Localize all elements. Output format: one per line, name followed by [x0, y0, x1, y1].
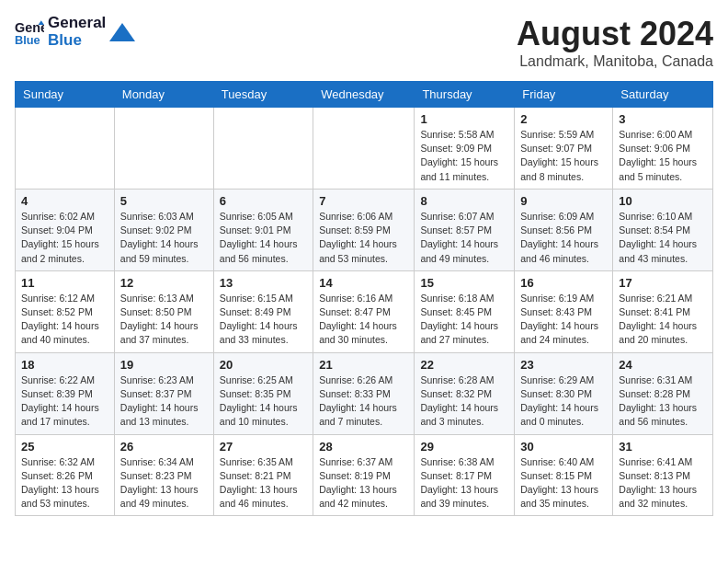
calendar-cell: [313, 108, 415, 190]
day-info: Sunrise: 6:41 AMSunset: 8:13 PMDaylight:…: [619, 455, 707, 511]
logo-text-general: General: [48, 15, 106, 32]
day-info: Sunrise: 6:15 AMSunset: 8:49 PMDaylight:…: [220, 292, 307, 348]
day-number: 3: [619, 112, 707, 126]
day-number: 31: [619, 440, 707, 454]
day-info: Sunrise: 6:03 AMSunset: 9:02 PMDaylight:…: [120, 210, 208, 266]
day-number: 7: [319, 194, 408, 208]
day-info: Sunrise: 6:32 AMSunset: 8:26 PMDaylight:…: [21, 455, 108, 511]
day-number: 5: [120, 194, 208, 208]
calendar-header-row: SundayMondayTuesdayWednesdayThursdayFrid…: [16, 82, 713, 108]
day-number: 21: [319, 358, 408, 372]
day-info: Sunrise: 5:58 AMSunset: 9:09 PMDaylight:…: [420, 128, 508, 184]
day-number: 25: [21, 440, 108, 454]
calendar-week-row: 4Sunrise: 6:02 AMSunset: 9:04 PMDaylight…: [16, 189, 713, 270]
day-info: Sunrise: 6:28 AMSunset: 8:32 PMDaylight:…: [420, 373, 508, 430]
day-info: Sunrise: 6:29 AMSunset: 8:30 PMDaylight:…: [520, 373, 607, 430]
day-number: 27: [220, 440, 307, 454]
calendar-cell: 11Sunrise: 6:12 AMSunset: 8:52 PMDayligh…: [16, 270, 115, 352]
svg-text:Blue: Blue: [15, 32, 40, 46]
calendar-week-row: 11Sunrise: 6:12 AMSunset: 8:52 PMDayligh…: [16, 270, 713, 352]
day-info: Sunrise: 6:31 AMSunset: 8:28 PMDaylight:…: [619, 373, 707, 430]
day-number: 20: [220, 358, 307, 372]
calendar-cell: 28Sunrise: 6:37 AMSunset: 8:19 PMDayligh…: [313, 434, 415, 516]
calendar-cell: 1Sunrise: 5:58 AMSunset: 9:09 PMDaylight…: [415, 108, 515, 190]
day-info: Sunrise: 6:10 AMSunset: 8:54 PMDaylight:…: [619, 210, 707, 266]
day-number: 24: [619, 358, 707, 372]
day-number: 23: [520, 358, 607, 372]
calendar-week-row: 1Sunrise: 5:58 AMSunset: 9:09 PMDaylight…: [16, 108, 713, 190]
calendar-cell: 4Sunrise: 6:02 AMSunset: 9:04 PMDaylight…: [16, 189, 115, 270]
calendar-cell: 25Sunrise: 6:32 AMSunset: 8:26 PMDayligh…: [16, 434, 115, 516]
calendar-cell: 15Sunrise: 6:18 AMSunset: 8:45 PMDayligh…: [415, 270, 515, 352]
calendar-cell: 7Sunrise: 6:06 AMSunset: 8:59 PMDaylight…: [313, 189, 415, 270]
title-section: August 2024 Landmark, Manitoba, Canada: [517, 15, 713, 70]
day-number: 22: [420, 358, 508, 372]
day-number: 8: [420, 194, 508, 208]
day-number: 2: [520, 112, 607, 126]
day-number: 30: [520, 440, 607, 454]
day-info: Sunrise: 6:23 AMSunset: 8:37 PMDaylight:…: [120, 373, 208, 430]
day-info: Sunrise: 6:06 AMSunset: 8:59 PMDaylight:…: [319, 210, 408, 266]
calendar-cell: 13Sunrise: 6:15 AMSunset: 8:49 PMDayligh…: [213, 270, 313, 352]
calendar-cell: 8Sunrise: 6:07 AMSunset: 8:57 PMDaylight…: [415, 189, 515, 270]
logo: General Blue General Blue: [15, 15, 135, 49]
day-of-week-header: Friday: [515, 82, 613, 108]
calendar-cell: 5Sunrise: 6:03 AMSunset: 9:02 PMDaylight…: [114, 189, 213, 270]
calendar-cell: 2Sunrise: 5:59 AMSunset: 9:07 PMDaylight…: [515, 108, 613, 190]
day-number: 12: [120, 276, 208, 290]
calendar-cell: 17Sunrise: 6:21 AMSunset: 8:41 PMDayligh…: [613, 270, 713, 352]
day-info: Sunrise: 6:37 AMSunset: 8:19 PMDaylight:…: [319, 455, 408, 511]
calendar-cell: 29Sunrise: 6:38 AMSunset: 8:17 PMDayligh…: [415, 434, 515, 516]
calendar-cell: [114, 108, 213, 190]
location-subtitle: Landmark, Manitoba, Canada: [517, 53, 713, 70]
day-of-week-header: Monday: [114, 82, 213, 108]
calendar-table: SundayMondayTuesdayWednesdayThursdayFrid…: [15, 81, 713, 516]
day-number: 28: [319, 440, 408, 454]
day-info: Sunrise: 6:19 AMSunset: 8:43 PMDaylight:…: [520, 292, 607, 348]
day-number: 15: [420, 276, 508, 290]
day-number: 9: [520, 194, 607, 208]
calendar-cell: 16Sunrise: 6:19 AMSunset: 8:43 PMDayligh…: [515, 270, 613, 352]
day-number: 26: [120, 440, 208, 454]
calendar-cell: 26Sunrise: 6:34 AMSunset: 8:23 PMDayligh…: [114, 434, 213, 516]
day-info: Sunrise: 6:38 AMSunset: 8:17 PMDaylight:…: [420, 455, 508, 511]
calendar-cell: 31Sunrise: 6:41 AMSunset: 8:13 PMDayligh…: [613, 434, 713, 516]
day-info: Sunrise: 6:26 AMSunset: 8:33 PMDaylight:…: [319, 373, 408, 430]
calendar-cell: [213, 108, 313, 190]
calendar-cell: 20Sunrise: 6:25 AMSunset: 8:35 PMDayligh…: [213, 352, 313, 434]
day-info: Sunrise: 6:07 AMSunset: 8:57 PMDaylight:…: [420, 210, 508, 266]
calendar-cell: 10Sunrise: 6:10 AMSunset: 8:54 PMDayligh…: [613, 189, 713, 270]
day-of-week-header: Saturday: [613, 82, 713, 108]
calendar-cell: 3Sunrise: 6:00 AMSunset: 9:06 PMDaylight…: [613, 108, 713, 190]
calendar-cell: 30Sunrise: 6:40 AMSunset: 8:15 PMDayligh…: [515, 434, 613, 516]
calendar-cell: 12Sunrise: 6:13 AMSunset: 8:50 PMDayligh…: [114, 270, 213, 352]
day-info: Sunrise: 6:05 AMSunset: 9:01 PMDaylight:…: [220, 210, 307, 266]
calendar-week-row: 25Sunrise: 6:32 AMSunset: 8:26 PMDayligh…: [16, 434, 713, 516]
logo-arrow-icon: [109, 19, 135, 45]
day-number: 10: [619, 194, 707, 208]
month-year-title: August 2024: [517, 15, 713, 53]
day-info: Sunrise: 6:22 AMSunset: 8:39 PMDaylight:…: [21, 373, 108, 430]
day-info: Sunrise: 6:16 AMSunset: 8:47 PMDaylight:…: [319, 292, 408, 348]
calendar-cell: 6Sunrise: 6:05 AMSunset: 9:01 PMDaylight…: [213, 189, 313, 270]
day-number: 13: [220, 276, 307, 290]
day-info: Sunrise: 6:25 AMSunset: 8:35 PMDaylight:…: [220, 373, 307, 430]
day-info: Sunrise: 6:34 AMSunset: 8:23 PMDaylight:…: [120, 455, 208, 511]
calendar-cell: 23Sunrise: 6:29 AMSunset: 8:30 PMDayligh…: [515, 352, 613, 434]
day-info: Sunrise: 6:40 AMSunset: 8:15 PMDaylight:…: [520, 455, 607, 511]
calendar-cell: 18Sunrise: 6:22 AMSunset: 8:39 PMDayligh…: [16, 352, 115, 434]
calendar-cell: 21Sunrise: 6:26 AMSunset: 8:33 PMDayligh…: [313, 352, 415, 434]
day-info: Sunrise: 6:09 AMSunset: 8:56 PMDaylight:…: [520, 210, 607, 266]
calendar-cell: 9Sunrise: 6:09 AMSunset: 8:56 PMDaylight…: [515, 189, 613, 270]
day-number: 17: [619, 276, 707, 290]
day-of-week-header: Tuesday: [213, 82, 313, 108]
day-number: 29: [420, 440, 508, 454]
day-number: 19: [120, 358, 208, 372]
day-number: 1: [420, 112, 508, 126]
calendar-cell: 24Sunrise: 6:31 AMSunset: 8:28 PMDayligh…: [613, 352, 713, 434]
calendar-cell: [16, 108, 115, 190]
day-info: Sunrise: 6:02 AMSunset: 9:04 PMDaylight:…: [21, 210, 108, 266]
calendar-cell: 22Sunrise: 6:28 AMSunset: 8:32 PMDayligh…: [415, 352, 515, 434]
day-info: Sunrise: 5:59 AMSunset: 9:07 PMDaylight:…: [520, 128, 607, 184]
svg-marker-3: [109, 23, 135, 41]
